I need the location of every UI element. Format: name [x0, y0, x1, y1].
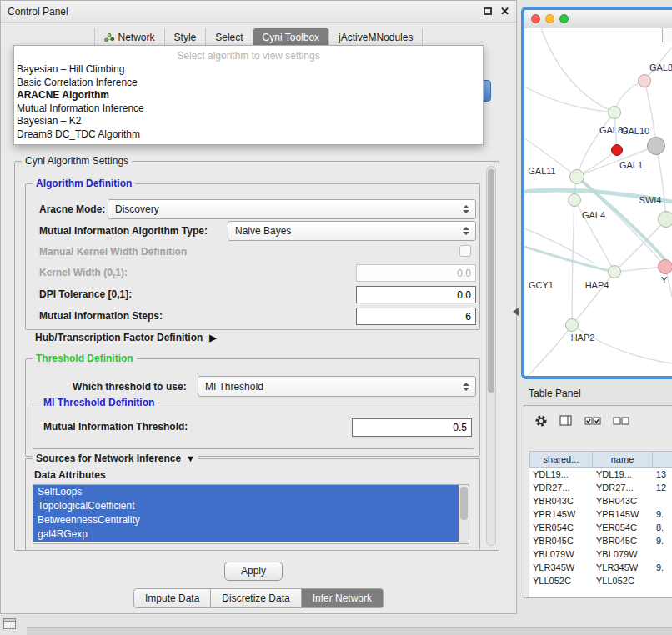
- attribute-item-selfloops[interactable]: SelfLoops: [33, 485, 469, 499]
- which-threshold-combobox[interactable]: MI Threshold: [198, 376, 476, 397]
- which-threshold-label: Which threshold to use:: [73, 381, 187, 392]
- mi-algorithm-type-label: Mutual Information Algorithm Type:: [39, 225, 208, 237]
- table-row[interactable]: YLR345WYLR345W9.: [529, 561, 672, 574]
- table-column-header-extra[interactable]: [653, 451, 672, 468]
- table-row[interactable]: YDL19...YDL19...13: [529, 468, 672, 481]
- table-cell: YLR345W: [593, 561, 653, 574]
- network-node[interactable]: [611, 144, 623, 156]
- kernel-width-field[interactable]: [356, 264, 476, 282]
- tab-jactivemnodules[interactable]: jActiveMNodules: [329, 28, 423, 47]
- table-row[interactable]: YBR043CYBR043C: [529, 494, 672, 508]
- table-cell: YER054C: [529, 521, 593, 534]
- algorithm-dropdown-prompt: Select algorithm to view settings: [14, 46, 483, 63]
- network-view-window[interactable]: GAL8GAL80GAL10GAL11GAL1SWI4GAL4GCY1HAP4Y…: [521, 7, 672, 379]
- network-node[interactable]: [608, 265, 621, 278]
- birdseye-toggle[interactable]: [662, 28, 672, 42]
- mi-threshold-field[interactable]: [352, 418, 472, 437]
- attribute-item-topologicalcoefficient[interactable]: TopologicalCoefficient: [33, 499, 469, 513]
- attribute-item-betweennesscentrality[interactable]: BetweennessCentrality: [33, 513, 469, 528]
- control-panel-titlebar[interactable]: Control Panel ✕: [1, 1, 516, 22]
- restore-panel-icon[interactable]: [3, 618, 16, 629]
- show-columns-icon[interactable]: [559, 415, 573, 427]
- settings-scrollbar-thumb[interactable]: [488, 169, 494, 392]
- table-cell: YBL079W: [529, 548, 593, 561]
- tab-cyni-toolbox[interactable]: Cyni Toolbox: [253, 28, 329, 47]
- tab-select-label: Select: [215, 32, 243, 43]
- settings-scrollbar[interactable]: [486, 166, 496, 546]
- apply-button[interactable]: Apply: [224, 562, 283, 581]
- table-cell: YBR045C: [593, 534, 653, 548]
- network-canvas[interactable]: GAL8GAL80GAL10GAL11GAL1SWI4GAL4GCY1HAP4Y…: [524, 28, 672, 376]
- float-window-icon[interactable]: [484, 8, 492, 15]
- panel-resize-handle[interactable]: [513, 308, 519, 316]
- table-column-header-name[interactable]: name: [593, 451, 653, 468]
- bottom-tab-infer-network[interactable]: Infer Network: [302, 588, 384, 608]
- node-table: shared...name YDL19...YDL19...13YDR27...…: [529, 451, 672, 598]
- table-cell: YBR045C: [529, 534, 593, 548]
- table-cell: [653, 548, 672, 561]
- traffic-light-minimize-icon[interactable]: [545, 14, 554, 23]
- network-node[interactable]: [565, 318, 579, 332]
- tab-style-label: Style: [174, 32, 197, 43]
- algorithm-option-aracne-algorithm[interactable]: ARACNE Algorithm: [14, 89, 483, 102]
- table-row[interactable]: YBL079WYBL079W: [529, 548, 672, 561]
- network-node[interactable]: [569, 169, 584, 184]
- mi-algorithm-type-combobox[interactable]: Naive Bayes: [228, 221, 476, 241]
- data-attributes-list[interactable]: SelfLoopsTopologicalCoefficientBetweenne…: [33, 484, 469, 544]
- table-row[interactable]: YDR27...YDR27...12: [529, 481, 672, 494]
- bottom-tab-discretize-data[interactable]: Discretize Data: [211, 588, 301, 608]
- traffic-light-zoom-icon[interactable]: [559, 14, 569, 23]
- table-row[interactable]: YER054CYER054C8.: [529, 521, 672, 534]
- bottom-tab-infer-network-label: Infer Network: [313, 592, 372, 604]
- tab-select[interactable]: Select: [206, 28, 253, 47]
- table-row[interactable]: YPR145WYPR145W9.: [529, 508, 672, 521]
- attribute-list-scrollbar-thumb[interactable]: [460, 487, 468, 520]
- tab-network[interactable]: Network: [94, 28, 165, 47]
- algorithm-option-basic-correlation-inference[interactable]: Basic Correlation Inference: [14, 77, 483, 90]
- network-node-label: GCY1: [529, 280, 554, 290]
- table-cell: YLL052C: [593, 574, 653, 588]
- control-panel-title: Control Panel: [8, 6, 68, 18]
- algorithm-option-mutual-information-inference[interactable]: Mutual Information Inference: [14, 102, 483, 116]
- algorithm-dropdown-popup: Select algorithm to view settings Bayesi…: [13, 45, 484, 145]
- sources-group-title-text: Sources for Network Inference: [36, 452, 181, 464]
- table-cell: 13: [653, 468, 672, 481]
- tab-style[interactable]: Style: [165, 28, 207, 47]
- traffic-light-close-icon[interactable]: [531, 14, 540, 23]
- network-node[interactable]: [568, 193, 581, 207]
- attribute-list-scrollbar[interactable]: [459, 485, 469, 543]
- algorithm-option-bayesian-hill-climbing[interactable]: Bayesian – Hill Climbing: [14, 63, 483, 77]
- table-cell: 9.: [653, 534, 672, 548]
- cyni-algorithm-settings-title: Cyni Algorithm Settings: [22, 155, 132, 167]
- combo-arrows-icon: [463, 227, 469, 235]
- deselect-all-columns-icon[interactable]: [613, 415, 629, 427]
- aracne-mode-combobox[interactable]: Discovery: [108, 199, 476, 219]
- select-all-columns-icon[interactable]: [584, 415, 601, 427]
- algorithm-option-dream8-dc-tdc-algorithm[interactable]: Dream8 DC_TDC Algorithm: [14, 128, 483, 142]
- network-node[interactable]: [638, 74, 651, 88]
- bottom-tab-impute-data[interactable]: Impute Data: [133, 588, 211, 608]
- attribute-item-gal4rgexp[interactable]: gal4RGexp: [33, 528, 469, 542]
- close-window-icon[interactable]: ✕: [500, 6, 509, 17]
- table-settings-gear-icon[interactable]: [534, 414, 548, 428]
- mi-steps-field[interactable]: [356, 308, 476, 325]
- algorithm-definition-group: Algorithm Definition Aracne Mode: Discov…: [25, 183, 480, 330]
- table-cell: YPR145W: [529, 508, 593, 521]
- algorithm-option-bayesian-k2[interactable]: Bayesian – K2: [14, 115, 483, 128]
- table-row[interactable]: YBR045CYBR045C9.: [529, 534, 672, 548]
- sources-group: Sources for Network Inference ▼ Data Att…: [25, 458, 480, 550]
- network-node[interactable]: [658, 259, 672, 274]
- tab-cyni-toolbox-label: Cyni Toolbox: [263, 32, 319, 43]
- tab-network-label: Network: [118, 32, 155, 43]
- table-row[interactable]: YLL052CYLL052C: [529, 574, 672, 588]
- hub-transcription-factor-section[interactable]: Hub/Transcription Factor Definition ▶: [35, 332, 217, 343]
- sources-group-title[interactable]: Sources for Network Inference ▼: [33, 452, 198, 464]
- table-column-header-shared[interactable]: shared...: [529, 451, 593, 468]
- network-window-titlebar[interactable]: [524, 10, 672, 28]
- manual-kernel-width-checkbox[interactable]: [459, 245, 471, 257]
- network-node[interactable]: [608, 106, 621, 119]
- network-node[interactable]: [647, 137, 665, 155]
- dpi-tolerance-field[interactable]: [356, 286, 476, 303]
- bottom-tab-discretize-data-label: Discretize Data: [222, 592, 289, 604]
- network-node[interactable]: [658, 211, 672, 228]
